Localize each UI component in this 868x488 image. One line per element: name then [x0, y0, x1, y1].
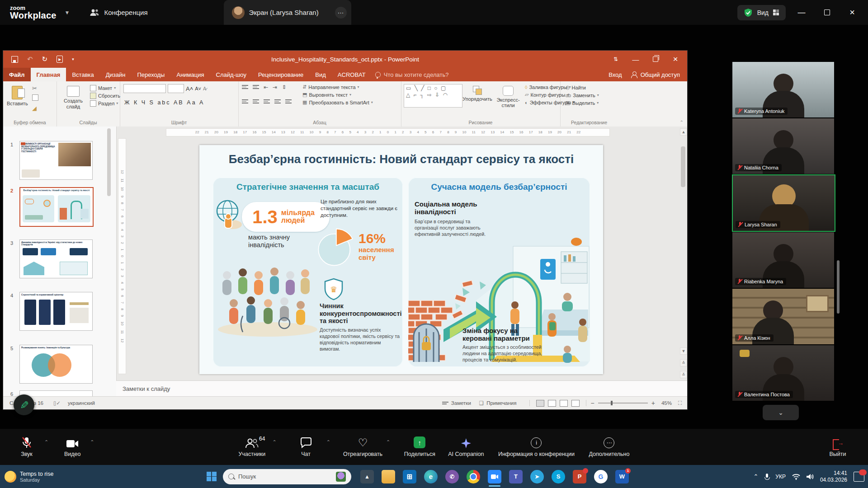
slide-thumbnail-4[interactable]: Стратегічний та нормативний орієнтир: [19, 292, 93, 331]
find-button[interactable]: ◎Найти: [565, 84, 600, 91]
video-options-chevron[interactable]: ⌃: [90, 439, 94, 455]
tell-me-box[interactable]: Что вы хотите сделать?: [375, 68, 449, 81]
undo-icon[interactable]: ↶: [27, 55, 33, 63]
fit-slide-button[interactable]: ⛶: [678, 400, 682, 406]
redo-icon[interactable]: ↻: [42, 55, 48, 63]
start-button[interactable]: [207, 472, 217, 482]
tab-review[interactable]: Рецензирование: [252, 68, 309, 81]
tab-acrobat[interactable]: ACROBAT: [332, 68, 372, 81]
ppt-ribbon-options-button[interactable]: ⇅: [606, 51, 626, 68]
tab-slideshow[interactable]: Слайд-шоу: [210, 68, 252, 81]
participants-collapse-button[interactable]: ⌄: [763, 405, 799, 420]
new-slide-button[interactable]: Создать слайд: [59, 82, 87, 109]
taskbar-search[interactable]: Пошук: [223, 469, 351, 484]
view-menu[interactable]: Вид: [737, 5, 786, 20]
next-slide-button[interactable]: ≚: [680, 371, 687, 378]
tab-insert[interactable]: Вставка: [66, 68, 99, 81]
react-options-chevron[interactable]: ⌃: [386, 439, 390, 455]
sign-in-button[interactable]: Вход: [609, 71, 622, 78]
participant-tile[interactable]: Riabenka Maryna: [732, 232, 835, 288]
paste-button[interactable]: Вставить: [7, 82, 28, 106]
scrollbar-thumb[interactable]: [681, 146, 685, 187]
font-style-buttons[interactable]: Ж К Ч S abc АВ Аа А: [124, 99, 204, 106]
participants-button[interactable]: 64 Участники: [235, 436, 269, 457]
taskbar-zoom-icon[interactable]: [488, 470, 501, 483]
scroll-down-icon[interactable]: ▼: [680, 347, 687, 355]
language-indicator[interactable]: УКР: [775, 474, 786, 480]
tray-chevron-icon[interactable]: ⌃: [753, 473, 758, 480]
slideshow-icon[interactable]: ▸: [57, 56, 63, 63]
chat-button[interactable]: Чат: [289, 436, 323, 457]
qat-more-icon[interactable]: ▾: [72, 57, 74, 61]
language-status[interactable]: украинский: [68, 400, 95, 406]
columns-icon[interactable]: [285, 99, 292, 104]
justify-icon[interactable]: [274, 99, 281, 104]
taskbar-store-icon[interactable]: ⊞: [403, 470, 416, 483]
indent-increase-icon[interactable]: ⇥: [273, 84, 277, 90]
taskbar-photos-icon[interactable]: ▲: [360, 470, 374, 483]
taskbar-google-icon[interactable]: G: [594, 470, 608, 483]
reset-button[interactable]: Сбросить: [89, 92, 121, 99]
tab-home[interactable]: Главная: [31, 68, 66, 81]
comments-toggle[interactable]: Примечания: [486, 400, 516, 406]
taskbar-word-icon[interactable]: W1: [615, 470, 629, 483]
notes-pane[interactable]: Заметки к слайду: [116, 380, 687, 397]
save-icon[interactable]: [11, 56, 18, 63]
taskbar-powerpoint-icon[interactable]: P: [573, 470, 586, 483]
numbering-icon[interactable]: [253, 84, 259, 90]
audio-options-chevron[interactable]: ⌃: [44, 439, 48, 455]
spellcheck-icon[interactable]: ▯✓: [53, 400, 61, 406]
notes-toggle-icon[interactable]: [442, 401, 448, 405]
tab-conference[interactable]: Конференция: [81, 0, 156, 25]
video-button[interactable]: Видео: [56, 436, 89, 457]
react-button[interactable]: ♡ Отреагировать: [343, 436, 382, 457]
participant-tile[interactable]: Kateryna Antoniuk: [732, 61, 835, 118]
zoom-maximize-button[interactable]: [817, 3, 836, 22]
tab-screen-share[interactable]: Экран (Larysa Sharan) ⋯: [224, 0, 351, 25]
tab-transitions[interactable]: Переходы: [131, 68, 170, 81]
ppt-minimize-button[interactable]: —: [626, 51, 646, 68]
weather-widget[interactable]: Temps to rise Saturday: [5, 471, 93, 483]
annotation-pencil-button[interactable]: ✎: [14, 394, 34, 415]
tab-file[interactable]: Файл: [3, 68, 31, 81]
participant-tile[interactable]: Валентина Постова: [732, 345, 835, 401]
zoom-out-button[interactable]: −: [591, 399, 594, 407]
cut-button[interactable]: ✂: [32, 85, 38, 92]
scroll-up-icon[interactable]: ▲: [680, 128, 687, 136]
reading-view-button[interactable]: [560, 400, 568, 407]
line-spacing-icon[interactable]: ⇕: [282, 84, 286, 90]
participant-tile[interactable]: Nataliia Chorna: [732, 118, 835, 174]
more-button[interactable]: ⋯ Дополнительно: [589, 436, 629, 457]
taskbar-viber-icon[interactable]: ✆: [445, 470, 459, 483]
slide-sorter-button[interactable]: [548, 400, 556, 407]
editor-scrollbar[interactable]: ▲ ▼ ≙ ≚: [680, 128, 686, 379]
shrink-font-icon[interactable]: A˅: [195, 86, 201, 91]
zoom-in-button[interactable]: +: [651, 399, 655, 407]
participant-tile-active-speaker[interactable]: Larysa Sharan: [732, 174, 835, 232]
font-name-combo[interactable]: [123, 84, 166, 93]
slide-thumbnail-1[interactable]: ОСОБЛИВОСТІ ОРГАНІЗАЦІЇ БЕЗБАР’ЄРНОГО СЕ…: [19, 141, 93, 180]
share-button[interactable]: Общий доступ: [631, 71, 680, 78]
chat-options-chevron[interactable]: ⌃: [326, 439, 330, 455]
previous-slide-button[interactable]: ≙: [680, 359, 687, 366]
volume-icon[interactable]: [807, 474, 814, 480]
comments-icon[interactable]: ❑: [479, 400, 484, 406]
replace-button[interactable]: abЗаменить▾: [565, 91, 600, 99]
layout-button[interactable]: Макет▾: [89, 84, 121, 92]
arrange-button[interactable]: Упорядочить: [462, 82, 493, 102]
copy-button[interactable]: [32, 94, 38, 102]
tab-design[interactable]: Дизайн: [100, 68, 132, 81]
tab-view[interactable]: Вид: [309, 68, 332, 81]
tab-options-button[interactable]: ⋯: [335, 7, 347, 19]
bullets-icon[interactable]: [242, 84, 248, 90]
taskbar-file-explorer-icon[interactable]: [382, 470, 395, 483]
leave-button[interactable]: Выйти: [821, 436, 854, 457]
indent-decrease-icon[interactable]: ⇤: [264, 84, 268, 90]
section-button[interactable]: Раздел▾: [89, 99, 121, 107]
tab-animations[interactable]: Анимация: [170, 68, 210, 81]
zoom-level[interactable]: 45%: [661, 400, 672, 406]
quick-styles-button[interactable]: Экспресс-стили: [493, 82, 523, 108]
taskbar-edge-icon[interactable]: e: [424, 470, 438, 483]
font-size-combo[interactable]: [168, 84, 184, 93]
participant-tile[interactable]: Алла Кізюн: [732, 288, 835, 345]
